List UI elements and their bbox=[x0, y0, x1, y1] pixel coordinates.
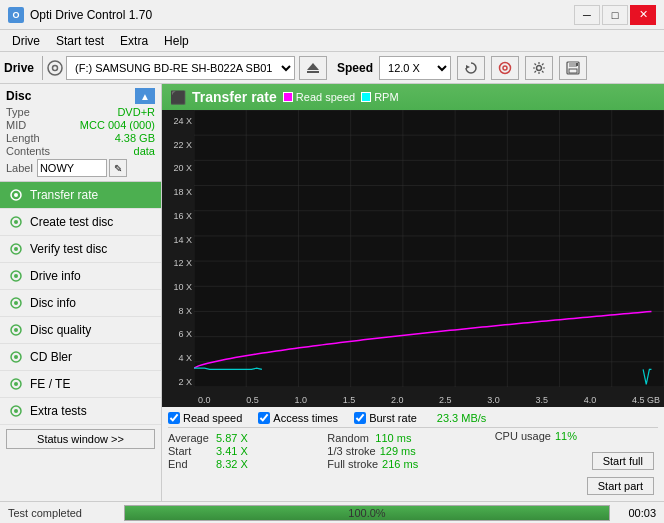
burst-rate-checkbox-label[interactable]: Burst rate bbox=[354, 412, 417, 424]
left-panel: Disc ▲ Type DVD+R MID MCC 004 (000) Leng… bbox=[0, 84, 162, 501]
disc-arrow-button[interactable]: ▲ bbox=[135, 88, 155, 104]
app-title: Opti Drive Control 1.70 bbox=[30, 8, 152, 22]
speed-select[interactable]: 12.0 X bbox=[380, 57, 450, 79]
svg-point-23 bbox=[14, 328, 18, 332]
toolbar-disc-button[interactable] bbox=[491, 56, 519, 80]
title-bar: O Opti Drive Control 1.70 ─ □ ✕ bbox=[0, 0, 664, 30]
x-label: 3.0 bbox=[487, 395, 500, 405]
status-text: Test completed bbox=[0, 507, 120, 519]
label-label: Label bbox=[6, 162, 33, 174]
svg-point-13 bbox=[14, 193, 18, 197]
stats-rows: Average 5.87 X Start 3.41 X End 8.32 X bbox=[168, 428, 658, 499]
cd-bler-label: CD Bler bbox=[30, 350, 72, 364]
menu-extra[interactable]: Extra bbox=[112, 32, 156, 50]
nav-item-drive-info[interactable]: Drive info bbox=[0, 263, 161, 290]
fe-te-label: FE / TE bbox=[30, 377, 70, 391]
burst-rate-value: 23.3 MB/s bbox=[437, 412, 487, 424]
minimize-button[interactable]: ─ bbox=[574, 5, 600, 25]
stroke13-label: 1/3 stroke bbox=[327, 445, 375, 457]
menu-drive[interactable]: Drive bbox=[4, 32, 48, 50]
full-stroke-value: 216 ms bbox=[382, 458, 422, 470]
random-value: 110 ms bbox=[375, 432, 415, 444]
window-controls: ─ □ ✕ bbox=[574, 5, 656, 25]
stats-left-col: Average 5.87 X Start 3.41 X End 8.32 X bbox=[168, 430, 327, 473]
disc-quality-label: Disc quality bbox=[30, 323, 91, 337]
start-label: Start bbox=[168, 445, 212, 457]
read-speed-checkbox-label[interactable]: Read speed bbox=[168, 412, 242, 424]
status-window-button[interactable]: Status window >> bbox=[6, 429, 155, 449]
svg-point-5 bbox=[500, 62, 511, 73]
nav-item-transfer-rate[interactable]: Transfer rate bbox=[0, 182, 161, 209]
label-edit-button[interactable]: ✎ bbox=[109, 159, 127, 177]
create-test-disc-label: Create test disc bbox=[30, 215, 113, 229]
mid-value: MCC 004 (000) bbox=[80, 119, 155, 131]
status-progress-wrap: 100.0% bbox=[124, 505, 610, 521]
maximize-button[interactable]: □ bbox=[602, 5, 628, 25]
nav-item-create-test-disc[interactable]: Create test disc bbox=[0, 209, 161, 236]
drive-info-icon bbox=[8, 268, 24, 284]
nav-item-cd-bler[interactable]: CD Bler bbox=[0, 344, 161, 371]
drive-select[interactable]: (F:) SAMSUNG BD-RE SH-B022A SB01 bbox=[67, 57, 294, 79]
stroke13-value: 129 ms bbox=[380, 445, 420, 457]
disc-info-label: Disc info bbox=[30, 296, 76, 310]
extra-tests-label: Extra tests bbox=[30, 404, 87, 418]
svg-rect-3 bbox=[307, 71, 319, 73]
menu-start-test[interactable]: Start test bbox=[48, 32, 112, 50]
length-value: 4.38 GB bbox=[115, 132, 155, 144]
disc-section: Disc ▲ Type DVD+R MID MCC 004 (000) Leng… bbox=[0, 84, 161, 182]
svg-point-19 bbox=[14, 274, 18, 278]
x-label: 2.0 bbox=[391, 395, 404, 405]
access-times-checkbox[interactable] bbox=[258, 412, 270, 424]
save-button[interactable] bbox=[559, 56, 587, 80]
settings-button[interactable] bbox=[525, 56, 553, 80]
x-label: 0.5 bbox=[246, 395, 259, 405]
menu-help[interactable]: Help bbox=[156, 32, 197, 50]
read-speed-checkbox[interactable] bbox=[168, 412, 180, 424]
svg-rect-11 bbox=[576, 63, 578, 66]
contents-label: Contents bbox=[6, 145, 50, 157]
nav-item-fe-te[interactable]: FE / TE bbox=[0, 371, 161, 398]
stats-checkboxes: Read speed Access times Burst rate 23.3 … bbox=[168, 409, 658, 428]
nav-item-disc-info[interactable]: Disc info bbox=[0, 290, 161, 317]
x-label: 4.5 GB bbox=[632, 395, 660, 405]
x-label: 3.5 bbox=[536, 395, 549, 405]
refresh-button[interactable] bbox=[457, 56, 485, 80]
svg-marker-4 bbox=[466, 65, 470, 69]
svg-rect-30 bbox=[194, 110, 664, 387]
average-value: 5.87 X bbox=[216, 432, 256, 444]
chart-header: ⬛ Transfer rate Read speed RPM bbox=[162, 84, 664, 110]
app-icon: O bbox=[8, 7, 24, 23]
drive-toolbar: Drive (F:) SAMSUNG BD-RE SH-B022A SB01 S… bbox=[0, 52, 664, 84]
svg-point-25 bbox=[14, 355, 18, 359]
y-label: 8 X bbox=[164, 306, 192, 316]
access-times-checkbox-label[interactable]: Access times bbox=[258, 412, 338, 424]
y-label: 12 X bbox=[164, 258, 192, 268]
nav-item-extra-tests[interactable]: Extra tests bbox=[0, 398, 161, 425]
label-input[interactable] bbox=[37, 159, 107, 177]
nav-item-disc-quality[interactable]: Disc quality bbox=[0, 317, 161, 344]
y-label: 18 X bbox=[164, 187, 192, 197]
start-value: 3.41 X bbox=[216, 445, 256, 457]
y-label: 16 X bbox=[164, 211, 192, 221]
start-full-button[interactable]: Start full bbox=[592, 452, 654, 470]
drive-info-label: Drive info bbox=[30, 269, 81, 283]
eject-button[interactable] bbox=[299, 56, 327, 80]
x-label: 2.5 bbox=[439, 395, 452, 405]
create-test-disc-icon bbox=[8, 214, 24, 230]
speed-label: Speed bbox=[337, 61, 373, 75]
nav-item-verify-test-disc[interactable]: Verify test disc bbox=[0, 236, 161, 263]
svg-marker-2 bbox=[307, 63, 319, 70]
burst-rate-checkbox[interactable] bbox=[354, 412, 366, 424]
chart-plot: 0.00.51.01.52.02.53.03.54.04.5 GB bbox=[194, 110, 664, 407]
start-part-button[interactable]: Start part bbox=[587, 477, 654, 495]
fe-te-icon bbox=[8, 376, 24, 392]
svg-rect-10 bbox=[569, 69, 577, 73]
y-label: 24 X bbox=[164, 116, 192, 126]
svg-point-15 bbox=[14, 220, 18, 224]
y-label: 14 X bbox=[164, 235, 192, 245]
svg-point-17 bbox=[14, 247, 18, 251]
drive-label: Drive bbox=[4, 61, 34, 75]
cpu-label: CPU usage bbox=[495, 430, 551, 442]
close-button[interactable]: ✕ bbox=[630, 5, 656, 25]
speed-select-wrap: 12.0 X bbox=[379, 56, 451, 80]
